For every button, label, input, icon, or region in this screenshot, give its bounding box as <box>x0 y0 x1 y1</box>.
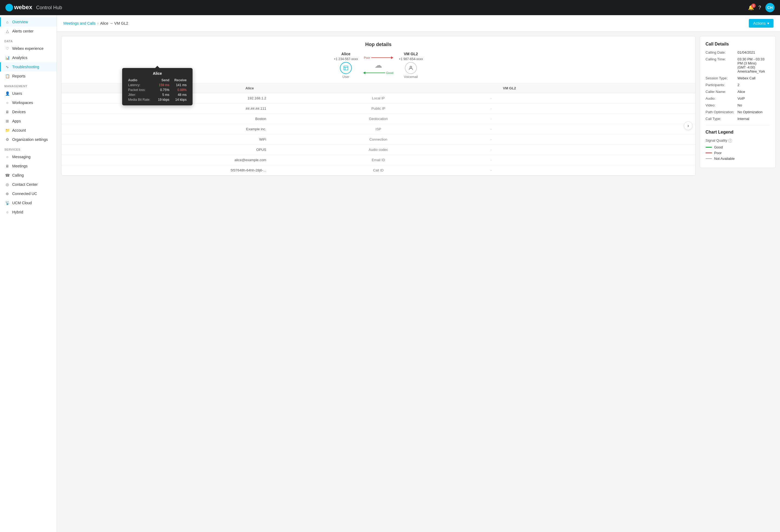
sidebar-item-meetings[interactable]: 🖥 Meetings <box>0 161 57 171</box>
sidebar-label-webex-experience: Webex experience <box>12 46 44 51</box>
sidebar-item-workspaces[interactable]: ○ Workspaces <box>0 98 57 107</box>
breadcrumb-current: Alice → VM GL2 <box>100 21 128 26</box>
users-icon: 👤 <box>5 91 9 96</box>
table-row: WiFi Connection - <box>61 134 695 145</box>
sidebar-item-troubleshooting[interactable]: ∿ Troubleshooting <box>0 62 57 71</box>
vm-gl2-node: VM GL2 +1 987-654-xxxx Voicemail <box>399 52 423 79</box>
legend-item-poor: Poor <box>705 151 770 155</box>
legend-label-poor: Poor <box>714 151 722 155</box>
right-panel: Call Details Calling Date:01/04/2021Call… <box>700 36 776 168</box>
sidebar-item-messaging[interactable]: ○ Messaging <box>0 152 57 161</box>
legend-signal-quality: Signal Quality i <box>705 138 770 142</box>
svg-point-3 <box>410 66 412 68</box>
sidebar-item-ucm-cloud[interactable]: 📡 UCM Cloud <box>0 198 57 207</box>
sidebar-item-reports[interactable]: 📋 Reports <box>0 71 57 81</box>
col-header-label <box>260 84 496 93</box>
webex-logo-icon <box>5 4 13 11</box>
next-hop-button[interactable]: › <box>684 122 692 130</box>
sidebar-item-users[interactable]: 👤 Users <box>0 89 57 98</box>
hop-arrows: Poor ☁ <box>363 56 393 75</box>
app-title: Control Hub <box>36 5 62 10</box>
help-button[interactable]: ? <box>758 5 761 10</box>
sidebar-item-analytics[interactable]: 📊 Analytics <box>0 53 57 62</box>
user-avatar[interactable]: CH <box>765 3 775 12</box>
vm-gl2-name: VM GL2 <box>404 52 418 56</box>
sidebar-item-overview[interactable]: ⌂ Overview <box>0 17 57 27</box>
sidebar-label-calling: Calling <box>12 173 24 178</box>
detail-value: No <box>737 103 742 107</box>
detail-row: Participants:2 <box>705 83 770 87</box>
alice-icon <box>340 62 352 74</box>
alice-phone: +1 234-567-xxxx <box>334 57 358 61</box>
main-content: Meetings and Calls › Alice → VM GL2 Acti… <box>57 15 780 532</box>
tooltip-row-send: 159 ms <box>155 83 171 88</box>
tooltip-col-audio: Audio <box>127 78 155 83</box>
sidebar-item-calling[interactable]: ☎ Calling <box>0 171 57 180</box>
signal-quality-info-icon[interactable]: i <box>728 139 732 142</box>
sidebar-label-users: Users <box>12 91 22 96</box>
workspaces-icon: ○ <box>5 100 9 105</box>
detail-value: Internal <box>737 117 749 121</box>
detail-value: Alice <box>737 90 745 94</box>
sidebar-label-alerts: Alerts center <box>12 29 34 33</box>
sidebar-item-apps[interactable]: ⊞ Apps <box>0 116 57 126</box>
sidebar-item-connected-uc[interactable]: ⊛ Connected UC <box>0 189 57 198</box>
detail-row: Call Type:Internal <box>705 117 770 121</box>
tooltip-row-receive: 48 ms <box>171 92 188 97</box>
good-label: Good <box>386 71 393 75</box>
detail-value: 03:30 PM - 03:33 PM (3 Mins)(GMT -4:00) … <box>737 57 770 74</box>
sidebar-label-analytics: Analytics <box>12 55 28 60</box>
tooltip-container: Alice Audio Send Receive <box>122 68 193 105</box>
tooltip-row-label: Media Bit Rate: <box>127 97 155 102</box>
panel-divider <box>705 125 770 126</box>
reports-icon: 📋 <box>5 74 9 78</box>
troubleshooting-icon: ∿ <box>5 65 9 69</box>
cell-vm-val: - <box>484 124 695 134</box>
svg-rect-0 <box>344 66 348 70</box>
table-row: 5f37648h-64hh-28j6-... Call ID - <box>61 165 695 176</box>
tooltip-row-send: 5 ms <box>155 92 171 97</box>
sidebar-item-org-settings[interactable]: ⚙ Organization settings <box>0 135 57 144</box>
cell-alice-val: Boston <box>61 114 273 124</box>
meetings-icon: 🖥 <box>5 164 9 168</box>
app-header: webex Control Hub 🔔 8 ? CH <box>0 0 780 15</box>
sidebar-item-hybrid[interactable]: ○ Hybrid <box>0 207 57 217</box>
cell-vm-val: - <box>484 145 695 155</box>
data-rows: 192.168.1.2 Local IP - ##.##.##.111 Publ… <box>61 93 695 176</box>
sidebar-item-devices[interactable]: 🖥 Devices <box>0 107 57 116</box>
sidebar-section-services: SERVICES <box>0 144 57 152</box>
detail-label: Calling Time: <box>705 57 735 74</box>
hop-diagram: Alice +1 234-567-xxxx User <box>334 52 423 79</box>
hop-details-header: Hop details Alice +1 234-567-xxxx <box>61 36 695 84</box>
tooltip-row-receive: 141 ms <box>171 83 188 88</box>
cell-alice-val: alice@example.com <box>61 155 273 165</box>
logo-webex-text: webex <box>5 4 32 11</box>
alice-name: Alice <box>341 52 350 56</box>
connected-uc-icon: ⊛ <box>5 192 9 196</box>
tooltip-title: Alice <box>127 71 188 76</box>
sidebar-item-account[interactable]: 📁 Account <box>0 126 57 135</box>
cell-vm-val: - <box>484 165 695 175</box>
legend-item-na: Not Available <box>705 156 770 161</box>
sidebar-label-connected-uc: Connected UC <box>12 192 37 196</box>
main-panel: Hop details Alice +1 234-567-xxxx <box>61 36 695 176</box>
sidebar-label-reports: Reports <box>12 74 26 78</box>
sidebar-item-contact-center[interactable]: ◎ Contact Center <box>0 180 57 189</box>
actions-button[interactable]: Actions ▾ <box>749 19 774 28</box>
sidebar-label-org-settings: Organization settings <box>12 137 48 142</box>
detail-row: Calling Date:01/04/2021 <box>705 50 770 54</box>
messaging-icon: ○ <box>5 155 9 159</box>
cell-vm-val: - <box>484 114 695 124</box>
devices-icon: 🖥 <box>5 110 9 114</box>
sidebar-label-overview: Overview <box>12 20 28 24</box>
org-settings-icon: ⚙ <box>5 137 9 142</box>
col-header-vm: VM GL2 <box>496 84 695 93</box>
detail-row: Audio:VoIP <box>705 96 770 100</box>
cloud-icon: ☁ <box>375 61 382 69</box>
detail-label: Video: <box>705 103 735 107</box>
breadcrumb-link[interactable]: Meetings and Calls <box>63 21 96 26</box>
sidebar-item-alerts[interactable]: △ Alerts center <box>0 27 57 36</box>
account-icon: 📁 <box>5 128 9 133</box>
sidebar-item-webex-experience[interactable]: ♡ Webex experience <box>0 44 57 53</box>
notifications-button[interactable]: 🔔 8 <box>748 5 754 10</box>
